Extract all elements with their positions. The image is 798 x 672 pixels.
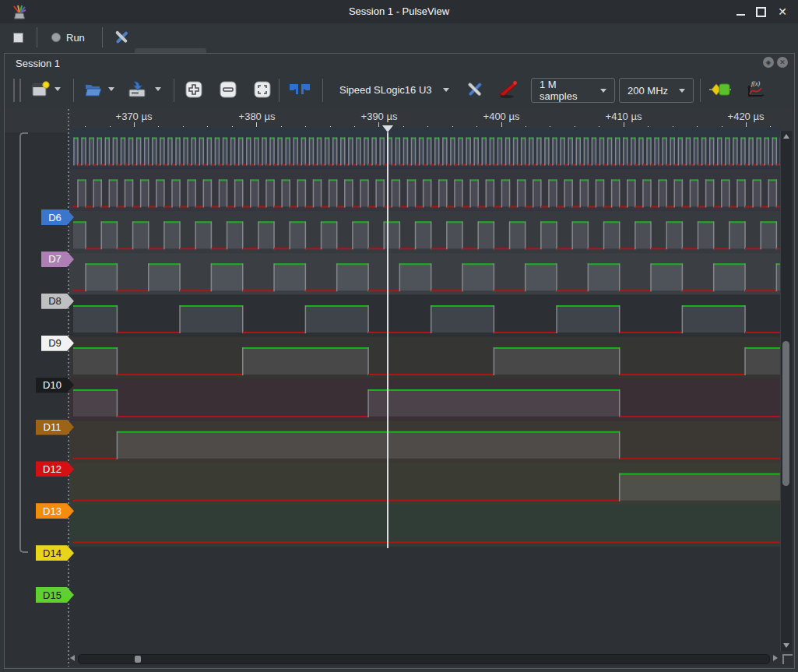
channel-tag-D9[interactable]: D9: [41, 336, 74, 351]
trace-group-bracket[interactable]: [19, 132, 28, 553]
pulseview-window: { "window": { "title": "Session 1 - Puls…: [0, 0, 798, 672]
show-cursors-button[interactable]: [287, 77, 312, 102]
trace-row-bg-D10: [69, 295, 780, 337]
zoom-out-icon: [219, 80, 237, 99]
horizontal-scroll-track[interactable]: [78, 654, 770, 664]
ruler-label: +390 µs: [361, 111, 398, 122]
cursors-icon: [288, 80, 311, 99]
device-select[interactable]: Sipeed SLogic16 U3: [335, 78, 454, 101]
zoom-in-button[interactable]: [181, 77, 206, 102]
horizontal-scroll-thumb[interactable]: [135, 656, 141, 663]
open-folder-icon: [83, 79, 104, 100]
toolbar-separator: [700, 79, 701, 102]
dock-title: Session 1: [16, 58, 60, 69]
device-label: Sipeed SLogic16 U3: [339, 84, 432, 96]
add-decoder-button[interactable]: [708, 77, 733, 102]
run-label: Run: [66, 32, 85, 44]
trace-row-bg-D11: [69, 337, 780, 379]
new-session-icon: [30, 79, 51, 100]
horizontal-scrollbar[interactable]: [69, 653, 779, 664]
scroll-down-icon[interactable]: [783, 643, 789, 648]
trigger-marker-line[interactable]: [387, 132, 388, 548]
zoom-fit-icon: [253, 80, 272, 99]
session-dock: Session 1 ◈ ✕: [4, 53, 795, 669]
toolbar-separator: [102, 27, 103, 47]
toolbar-separator: [73, 79, 74, 102]
maximize-button[interactable]: [754, 6, 767, 17]
channel-tag-D7[interactable]: D7: [41, 252, 74, 267]
scroll-left-icon[interactable]: [70, 655, 75, 661]
svg-text:f(x): f(x): [751, 80, 760, 87]
new-session-dropdown-caret[interactable]: [54, 87, 61, 91]
open-file-button[interactable]: [81, 77, 106, 102]
channels-button[interactable]: [495, 77, 520, 102]
scroll-right-icon[interactable]: [773, 655, 778, 661]
dock-close-icon[interactable]: ✕: [777, 57, 788, 68]
sample-count-value: 1 M samples: [540, 79, 594, 102]
sample-count-caret: [600, 89, 606, 93]
zoom-out-button[interactable]: [216, 77, 241, 102]
channel-tag-D11[interactable]: D11: [36, 420, 74, 435]
channel-tag-D13[interactable]: D13: [36, 503, 74, 519]
channel-tag-D8[interactable]: D8: [41, 294, 74, 309]
ruler-label: +420 µs: [728, 111, 765, 122]
new-session-button[interactable]: [28, 77, 53, 102]
vertical-scroll-thumb[interactable]: [782, 341, 789, 486]
save-button[interactable]: [125, 77, 149, 102]
add-math-signal-button[interactable]: f(x): [743, 77, 768, 102]
tools-icon: [113, 29, 130, 46]
trigger-marker-icon[interactable]: [382, 125, 393, 132]
toolbar-separator: [322, 79, 323, 102]
configure-device-button[interactable]: [462, 77, 487, 102]
channel-tag-D12[interactable]: D12: [36, 461, 74, 477]
toolbar-separator: [174, 79, 174, 102]
run-state-icon: [51, 33, 61, 42]
sample-count-select[interactable]: 1 M samples: [531, 78, 615, 103]
configure-icon: [466, 80, 484, 99]
trace-view[interactable]: +370 µs+380 µs+390 µs+400 µs+410 µs+420 …: [5, 109, 793, 667]
dock-float-icon[interactable]: ◈: [763, 57, 774, 68]
channel-tag-D14[interactable]: D14: [36, 545, 74, 561]
toolbar-separator: [37, 27, 37, 47]
toolbar-drag-handle[interactable]: [13, 79, 21, 102]
zoom-in-icon: [185, 80, 203, 99]
sample-rate-value: 200 MHz: [628, 85, 668, 97]
minimize-button[interactable]: [734, 6, 747, 17]
main-toolbar: Run Session 1 ✕: [0, 23, 798, 51]
ruler-label: +400 µs: [483, 111, 520, 122]
math-fx-icon: f(x): [745, 79, 765, 100]
session-toolbar: Sipeed SLogic16 U3 1 M samples 200 MHz: [5, 72, 793, 108]
vertical-scrollbar[interactable]: [780, 131, 792, 651]
stop-icon: [13, 33, 23, 43]
ruler-label: +380 µs: [239, 111, 276, 122]
save-dropdown-caret[interactable]: [155, 87, 161, 91]
channel-tag-D10[interactable]: D10: [36, 378, 74, 393]
sample-rate-select[interactable]: 200 MHz: [619, 78, 694, 103]
scroll-up-icon[interactable]: [783, 134, 789, 139]
title-bar[interactable]: Session 1 - PulseView ✕: [0, 0, 798, 23]
save-icon: [127, 79, 147, 100]
sample-rate-caret: [679, 89, 685, 93]
window-title: Session 1 - PulseView: [0, 5, 798, 17]
toolbar-separator: [279, 79, 279, 102]
zoom-fit-button[interactable]: [250, 77, 275, 102]
channel-tag-D6[interactable]: D6: [41, 209, 74, 225]
close-button[interactable]: ✕: [776, 6, 789, 17]
trace-row-bg-D15: [69, 505, 780, 547]
probe-icon: [497, 79, 518, 100]
settings-button[interactable]: [111, 27, 132, 47]
open-dropdown-caret[interactable]: [108, 87, 114, 91]
stop-button[interactable]: [8, 27, 28, 47]
waveform-canvas[interactable]: [69, 127, 780, 551]
device-dropdown-caret: [443, 88, 449, 92]
decoder-icon: [708, 80, 732, 99]
scrollbar-corner: [782, 654, 793, 664]
run-button[interactable]: Run: [45, 27, 91, 47]
channel-tag-D15[interactable]: D15: [36, 587, 74, 603]
ruler-label: +370 µs: [116, 111, 153, 122]
ruler-label: +410 µs: [606, 111, 642, 122]
